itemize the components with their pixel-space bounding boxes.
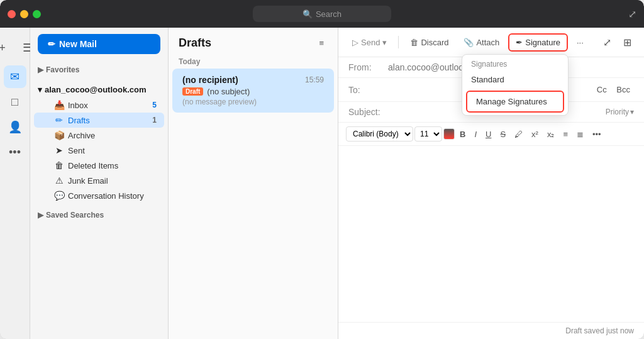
font-selector[interactable]: Calibri (Body) <box>346 126 413 142</box>
filter-button[interactable]: ≡ <box>315 36 328 50</box>
draft-badge: Draft <box>182 87 203 96</box>
subject-label: Subject: <box>348 107 383 117</box>
send-button[interactable]: ▷ Send ▾ <box>346 35 393 50</box>
email-group-today: Today <box>169 55 338 69</box>
signature-dropdown-header: Signatures <box>462 55 568 71</box>
attach-button[interactable]: 📎 Attach <box>457 35 506 50</box>
close-button[interactable] <box>8 10 16 18</box>
more-format-button[interactable]: ••• <box>589 128 605 141</box>
folder-conversation-history[interactable]: 💬 Conversation History <box>34 188 164 203</box>
mail-icon: ✉ <box>10 70 19 84</box>
ellipsis-icon: ••• <box>9 146 21 159</box>
strikethrough-button[interactable]: S <box>496 128 509 141</box>
font-size-selector[interactable]: 11 <box>414 126 442 142</box>
highlight-button[interactable]: 🖊 <box>511 128 526 141</box>
folder-inbox[interactable]: 📥 Inbox 5 <box>34 97 164 113</box>
mail-nav-button[interactable]: ✉ <box>4 65 26 88</box>
priority-chevron-icon: ▾ <box>630 108 634 116</box>
add-button[interactable]: + <box>0 36 14 59</box>
calendar-icon: □ <box>11 96 18 109</box>
email-subject: (no subject) <box>207 87 250 96</box>
window-action-icon[interactable]: ⤢ <box>628 9 636 19</box>
font-color-button[interactable] <box>443 128 455 140</box>
maximize-button[interactable] <box>33 10 41 18</box>
sent-icon: ➤ <box>54 145 64 155</box>
more-nav-button[interactable]: ••• <box>4 141 26 164</box>
folder-sent[interactable]: ➤ Sent <box>34 143 164 158</box>
saved-searches-header[interactable]: ▶ Saved Searches <box>30 208 168 222</box>
email-item-top: (no recipient) 15:59 <box>182 75 324 85</box>
discard-button[interactable]: 🗑 Discard <box>404 35 455 50</box>
plus-icon: + <box>0 42 6 55</box>
cc-button[interactable]: Cc <box>593 83 611 96</box>
folder-deleted[interactable]: 🗑 Deleted Items <box>34 158 164 173</box>
more-icon: ··· <box>577 38 584 47</box>
bullets-button[interactable]: ≡ <box>559 128 572 141</box>
new-mail-button[interactable]: ✏ New Mail <box>38 34 160 54</box>
saved-searches-section: ▶ Saved Searches <box>30 206 168 225</box>
subscript-button[interactable]: x₂ <box>543 128 558 141</box>
manage-signatures-button[interactable]: Manage Signatures <box>466 91 564 113</box>
search-bar[interactable]: 🔍 Search <box>253 6 391 22</box>
bold-button[interactable]: B <box>456 128 469 141</box>
format-toolbar: Calibri (Body) 11 B I U S 🖊 x² x₂ ≡ ≣ ••… <box>338 123 644 146</box>
more-options-button[interactable]: ··· <box>570 35 590 50</box>
compose-area: ▷ Send ▾ 🗑 Discard 📎 Attach ✒ Signature <box>338 28 644 339</box>
email-sender: (no recipient) <box>182 75 238 85</box>
email-time: 15:59 <box>305 75 324 84</box>
folder-drafts[interactable]: ✏ Drafts 1 <box>34 113 164 128</box>
priority-button[interactable]: Priority ▾ <box>606 108 634 116</box>
expand-icon: ⤢ <box>603 36 611 48</box>
underline-button[interactable]: U <box>482 128 495 141</box>
sidebar-icons: + ☰ ✉ □ 👤 ••• <box>0 28 30 339</box>
compose-icon: ✏ <box>48 39 55 49</box>
from-label: From: <box>348 62 383 72</box>
folder-junk[interactable]: ⚠ Junk Email <box>34 173 164 188</box>
to-label: To: <box>348 85 383 95</box>
signature-button[interactable]: ✒ Signature <box>508 33 568 52</box>
superscript-button[interactable]: x² <box>528 128 542 141</box>
search-icon: 🔍 <box>303 9 313 19</box>
minimize-button[interactable] <box>20 10 28 18</box>
email-item[interactable]: (no recipient) 15:59 Draft (no subject) … <box>172 69 334 113</box>
toolbar-separator-1 <box>398 36 399 48</box>
favorites-header[interactable]: ▶ Favorites <box>30 63 168 77</box>
numbering-button[interactable]: ≣ <box>573 128 587 141</box>
send-icon: ▷ <box>352 38 358 47</box>
compose-body[interactable] <box>338 146 644 322</box>
archive-icon: 📦 <box>54 130 64 140</box>
chevron-right-icon: ▶ <box>38 65 43 74</box>
account-section: ▾ alan_cocoo@outlook.com 📥 Inbox 5 ✏ Dra… <box>30 79 168 206</box>
email-list-header: Drafts ≡ <box>169 28 338 55</box>
draft-saved-label: Draft saved just now <box>565 326 634 335</box>
deleted-icon: 🗑 <box>54 160 64 170</box>
app-window: 🔍 Search ⤢ + ☰ ✉ □ 👤 <box>0 0 644 339</box>
contacts-nav-button[interactable]: 👤 <box>4 116 26 138</box>
folder-archive[interactable]: 📦 Archive <box>34 128 164 143</box>
calendar-nav-button[interactable]: □ <box>4 91 26 113</box>
titlebar: 🔍 Search ⤢ <box>0 0 644 28</box>
favorites-section: ▶ Favorites <box>30 60 168 79</box>
compose-footer: Draft saved just now <box>338 322 644 339</box>
drafts-icon: ✏ <box>54 115 64 125</box>
sidebar-folders: ✏ New Mail ▶ Favorites ▾ alan_cocoo@outl… <box>30 28 169 339</box>
discard-icon: 🗑 <box>410 38 418 47</box>
account-header[interactable]: ▾ alan_cocoo@outlook.com <box>30 82 168 97</box>
titlebar-right: ⤢ <box>628 8 636 20</box>
email-preview: (no message preview) <box>182 97 324 106</box>
traffic-lights <box>8 10 41 18</box>
signature-standard-option[interactable]: Standard <box>462 71 568 88</box>
chevron-down-icon: ▾ <box>38 85 42 94</box>
italic-button[interactable]: I <box>470 128 480 141</box>
email-list: Drafts ≡ Today (no recipient) 15:59 Draf… <box>169 28 338 339</box>
compose-header-actions: ⤢ ⊞ <box>597 33 636 52</box>
chevron-right-icon-saved: ▶ <box>38 211 43 220</box>
signature-dropdown: Signatures Standard Manage Signatures <box>462 54 569 116</box>
popout-button[interactable]: ⊞ <box>618 33 636 52</box>
attach-icon: 📎 <box>464 38 474 47</box>
expand-button[interactable]: ⤢ <box>597 33 616 52</box>
search-placeholder: Search <box>316 9 341 19</box>
bcc-button[interactable]: Bcc <box>613 83 634 96</box>
send-chevron-icon: ▾ <box>382 38 387 47</box>
popout-icon: ⊞ <box>623 36 631 48</box>
